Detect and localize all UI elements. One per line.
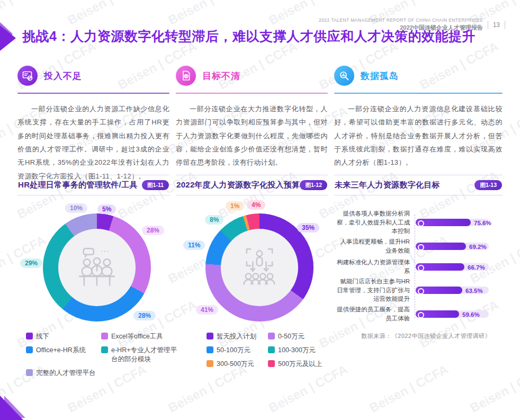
legend-label: 线下 [36, 332, 49, 341]
report-title-en: 2022 TALENT MANAGEMENT REPORT OF CHINA C… [319, 17, 483, 23]
bar-chart-goals: 提供各项人事数据分析洞察，牵引人效提升和人工成本控制75.6%人事流程更顺畅，提… [334, 209, 503, 324]
bar-value-label: 59.6% [462, 311, 480, 318]
section-data-silo: 数据孤岛 一部分连锁企业的人力资源信息化建设基础比较好，希望可以借助更丰富的数据… [334, 66, 503, 183]
bar-row: 提供便捷的员工服务，提高员工体验59.6% [334, 303, 503, 324]
bar-category-label: 提供各项人事数据分析洞察，牵引人效提升和人工成本控制 [334, 209, 414, 236]
slice-value-label: 35% [297, 223, 319, 233]
bar-value-label: 69.2% [469, 243, 487, 251]
watermark-text: Beisen | CCFA [518, 297, 520, 351]
legend-item: 500万元及以上 [268, 360, 336, 369]
bar-track-area: 66.7% [416, 263, 500, 271]
section-divider [17, 93, 169, 94]
bar-fill [416, 263, 464, 271]
legend-item: 300-500万元 [207, 360, 266, 369]
slice-value-label: 28% [142, 226, 164, 235]
corner-arrow-icon [0, 25, 16, 51]
section-paragraph: 一部分连锁企业的人力资源信息化建设基础比较好，希望可以借助更丰富的数据进行多元化… [334, 102, 503, 169]
figures-row: HR处理日常事务的管理软件/工具 图1-11 线下Excel等of [17, 175, 503, 373]
legend-swatch [207, 346, 213, 353]
legend-swatch [26, 346, 33, 353]
figure-hr-software-chart: HR处理日常事务的管理软件/工具 图1-11 线下Excel等of [17, 175, 169, 373]
figure-label-badge: 图1-13 [474, 180, 502, 190]
slice-value-label: 5% [97, 204, 116, 214]
legend-swatch [26, 333, 33, 339]
figure-label-badge: 图1-11 [142, 180, 169, 190]
section-goal: 目标不清 一部分连锁企业在大力推进数字化转型，人力资源部门可以争取到相应预算参与… [176, 66, 328, 183]
data-search-icon [334, 66, 354, 86]
figure-title: 未来三年人力资源数字化目标 [335, 180, 440, 190]
meeting-icon [75, 245, 119, 290]
slice-value-label: 28% [133, 311, 156, 320]
legend-item: Office+e-HR系统 [26, 346, 99, 364]
legend-item: 线下 [26, 332, 99, 341]
bar-value-label: 75.6% [474, 219, 491, 227]
bar-category-label: 人事流程更顺畅，提升HR业务效能 [334, 237, 414, 255]
legend-item: Excel等office工具 [101, 332, 178, 341]
section-paragraph: 一部分连锁企业在大力推进数字化转型，人力资源部门可以争取到相应预算参与其中，但对… [176, 102, 328, 169]
bar-category-label: 提供便捷的员工服务，提高员工体验 [334, 305, 414, 323]
bar-track-area: 75.6% [416, 219, 500, 226]
section-investment: 投入不足 一部分连锁企业的人力资源工作缺少信息化系统支撑，存在大量的手工操作，占… [17, 66, 169, 183]
target-document-icon [176, 66, 196, 86]
donut-chart-hr-software [43, 213, 151, 321]
bar-track-area: 59.6% [416, 310, 500, 318]
bar-row: 人事流程更顺畅，提升HR业务效能69.2% [334, 236, 503, 256]
legend-item: 50-100万元 [207, 346, 266, 355]
legend: 暂无投入计划0-50万元50-100万元100-300万元300-500万元50… [207, 332, 336, 369]
monitor-coin-icon [17, 66, 38, 86]
donut-hole [58, 229, 136, 306]
section-divider [176, 93, 328, 94]
bar-category-label: 赋能门店店长自主参与HR日常管理，支持门店扩张与运营效能提升 [334, 277, 414, 303]
figure-title: 2022年度人力资源数字化投入预算 [176, 180, 300, 190]
bar-fill [416, 219, 471, 226]
slice-value-label: 11% [183, 240, 205, 250]
legend-swatch [101, 333, 108, 339]
legend-item: 0-50万元 [268, 332, 336, 341]
slice-value-label: 1% [226, 201, 244, 211]
slice-value-label: 10% [65, 203, 87, 213]
bar-category-label: 构建标准化人力资源管理体系 [334, 258, 414, 275]
watermark-text: Beisen | CCFA [166, 0, 249, 28]
slice-value-label: 41% [196, 305, 218, 315]
bar-row: 赋能门店店长自主参与HR日常管理，支持门店扩张与运营效能提升63.5% [334, 277, 503, 303]
watermark-text: Beisen | CCFA [0, 0, 48, 28]
bar-track-area: 63.5% [416, 287, 500, 294]
slice-value-label: 29% [20, 258, 42, 268]
legend-label: Office+e-HR系统 [36, 346, 86, 355]
legend-item: e-HR+专业人才管理平台的部分模块 [101, 346, 178, 364]
legend-swatch [268, 333, 275, 339]
legend-label: 50-100万元 [217, 346, 250, 355]
sections-row: 投入不足 一部分连锁企业的人力资源工作缺少信息化系统支撑，存在大量的手工操作，占… [17, 66, 503, 183]
legend-swatch [207, 333, 213, 339]
bar-row: 构建标准化人力资源管理体系66.7% [334, 256, 503, 277]
bar-fill [416, 243, 466, 250]
legend-item: 100-300万元 [268, 346, 336, 355]
section-paragraph: 一部分连锁企业的人力资源工作缺少信息化系统支撑，存在大量的手工操作，占用了HR更… [17, 102, 169, 183]
legend-swatch [26, 369, 33, 376]
source-note: 数据来源：《2022中国连锁企业人才管理调研》 [361, 332, 491, 340]
donut-hole [221, 229, 298, 306]
legend-label: 暂无投入计划 [217, 332, 256, 341]
legend-label: 500万元及以上 [278, 360, 322, 369]
watermark-text: Beisen | CCFA [65, 0, 149, 28]
legend-label: e-HR+专业人才管理平台的部分模块 [111, 346, 178, 364]
legend-label: 0-50万元 [278, 332, 304, 341]
slice-value-label: 8% [205, 215, 223, 225]
figure-label-badge: 图1-12 [300, 180, 327, 190]
bar-value-label: 66.7% [468, 264, 485, 271]
talent-allocation-icon [237, 245, 282, 290]
legend: 线下Excel等office工具Office+e-HR系统e-HR+专业人才管理… [26, 332, 178, 378]
legend-label: 完整的人才管理平台 [36, 369, 96, 378]
legend-label: 300-500万元 [217, 360, 254, 369]
page-title: 挑战4：人力资源数字化转型滞后，难以支撑人才供应和人才决策的效能提升 [22, 28, 507, 45]
section-heading: 目标不清 [202, 70, 240, 82]
bar-track-area: 69.2% [416, 243, 500, 250]
figure-budget-chart: 2022年度人力资源数字化投入预算 图1-12 [176, 175, 328, 373]
legend-swatch [268, 360, 275, 367]
legend-item: 完整的人才管理平台 [26, 369, 99, 378]
section-divider [334, 93, 503, 94]
legend-swatch [207, 360, 213, 367]
legend-item: 暂无投入计划 [207, 332, 266, 341]
bar-row: 提供各项人事数据分析洞察，牵引人效提升和人工成本控制75.6% [334, 209, 503, 236]
legend-label: Excel等office工具 [111, 332, 163, 341]
